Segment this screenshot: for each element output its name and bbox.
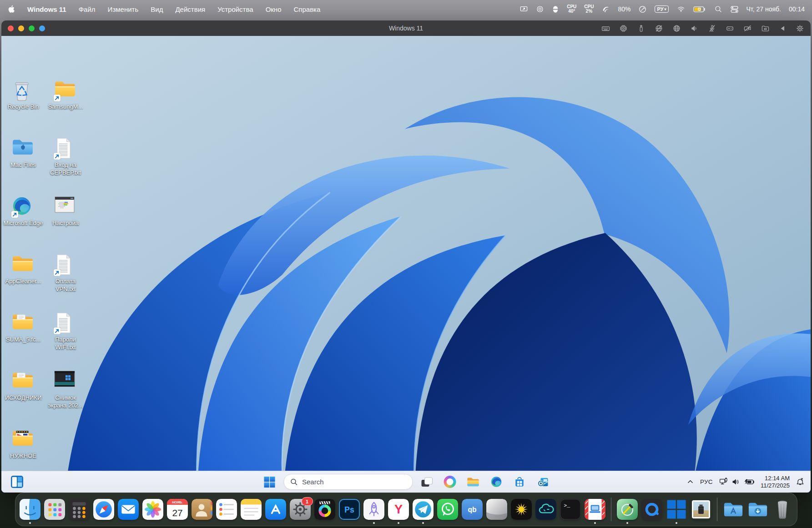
battery-widget-icon[interactable]	[552, 5, 559, 14]
desktop-icon-microsoft-edge-shortcut[interactable]: Microsoft Edge	[3, 196, 44, 227]
desktop-icon-snimok-ekrana-file[interactable]: Снимок экрана 202...	[45, 370, 86, 409]
menubar-menu-6[interactable]: Окно	[266, 5, 282, 13]
taskbar-search-box[interactable]: Search	[283, 474, 413, 490]
minimize-button[interactable]	[18, 25, 24, 31]
tray-status-icons[interactable]	[719, 478, 755, 486]
coherence-button[interactable]	[39, 25, 45, 31]
notification-bell-icon[interactable]	[796, 478, 805, 487]
wifi-icon[interactable]	[676, 5, 686, 13]
desktop-icon-nuzhnoe-folder[interactable]: НУЖНОЕ	[3, 428, 44, 460]
tray-overflow-chevron-icon[interactable]	[686, 478, 694, 486]
menubar-time[interactable]: 00:14	[789, 5, 805, 13]
tray-clock[interactable]: 12:14 AM 11/27/2025	[761, 475, 790, 489]
camera-disabled-icon[interactable]	[743, 24, 752, 33]
menubar-app-name[interactable]: Windows 11	[27, 5, 66, 13]
taskbar-outlook-button[interactable]	[534, 473, 552, 491]
dock-item-photoshop[interactable]: Ps	[339, 499, 360, 520]
microphone-muted-icon[interactable]	[708, 24, 716, 33]
widgets-button[interactable]	[10, 475, 24, 488]
desktop-icon-appcleaner-folder[interactable]: AppCleaner...	[3, 254, 44, 286]
dock-item-cleanmymac[interactable]	[617, 499, 638, 520]
menubar-menu-1[interactable]: Файл	[79, 5, 96, 13]
dock-item-applications-folder[interactable]	[723, 499, 744, 520]
taskbar-copilot-button[interactable]	[441, 473, 459, 491]
taskbar-task-view-button[interactable]	[418, 473, 436, 491]
cpu-usage[interactable]: CPU2%	[584, 5, 594, 14]
input-source-switcher[interactable]: РУ▾	[655, 5, 668, 13]
globe-disabled-icon[interactable]	[655, 24, 663, 33]
tray-language[interactable]: РУС	[700, 478, 713, 485]
dock-item-photos[interactable]	[142, 499, 163, 520]
taskbar-edge-button[interactable]	[487, 473, 505, 491]
taskbar-microsoft-store-button[interactable]	[510, 473, 529, 491]
desktop-icon-iskhodniki-folder[interactable]: ИСХОДНИКИ	[3, 370, 44, 402]
spotlight-search-icon[interactable]	[714, 5, 722, 13]
menubar-menu-2[interactable]: Изменить	[108, 5, 139, 13]
dock-item-notes[interactable]	[241, 499, 262, 520]
dock-item-parallels-desktop[interactable]	[585, 499, 605, 520]
taskbar-start-button[interactable]	[260, 473, 278, 491]
dock-item-downloads-folder[interactable]	[747, 499, 768, 520]
menubar-menu-5[interactable]: Устройства	[217, 5, 253, 13]
cleaner-percent[interactable]: 80%	[618, 5, 630, 13]
dock-item-quicktime-player[interactable]	[641, 499, 662, 520]
apple-menu-icon[interactable]	[7, 5, 15, 14]
dock-item-calculator[interactable]	[69, 499, 90, 520]
dock-item-whatsapp[interactable]	[437, 499, 458, 520]
dock-item-starburst-app[interactable]	[511, 499, 532, 520]
dock-item-contacts[interactable]	[192, 499, 212, 520]
dock-item-finder[interactable]	[20, 499, 40, 520]
screen-record-icon[interactable]	[536, 5, 544, 13]
dock-item-safari[interactable]	[93, 499, 114, 520]
parallels-icon[interactable]	[601, 5, 610, 14]
sound-icon[interactable]	[690, 24, 699, 33]
battery-charging-icon[interactable]	[743, 478, 755, 486]
menubar-menu-7[interactable]: Справка	[294, 5, 321, 13]
desktop-icon-mac-files-folder[interactable]: Mac Files	[3, 137, 44, 169]
desktop-icon-suma-folder[interactable]: SUMA_5.fc...	[3, 312, 44, 344]
dock-item-launchpad[interactable]	[44, 499, 65, 520]
display-mirroring-icon[interactable]	[519, 5, 528, 14]
menubar-menu-4[interactable]: Действия	[175, 5, 205, 13]
back-icon[interactable]	[779, 25, 787, 32]
dock-item-mail[interactable]	[118, 499, 139, 520]
close-button[interactable]	[8, 25, 14, 31]
dock-item-final-cut-pro[interactable]	[314, 499, 335, 520]
dock-item-cloud-app[interactable]	[535, 499, 556, 520]
desktop-icon-vhod-na-server-txt[interactable]: Вход на СЕРВЕР.txt	[45, 137, 86, 176]
globe-icon[interactable]	[672, 24, 681, 33]
control-center-icon[interactable]	[730, 5, 739, 14]
desktop-icon-samsung-folder-shortcut[interactable]: SamsungM...	[45, 79, 86, 111]
dock-item-rocket-app[interactable]	[363, 499, 384, 520]
dock-item-app-store[interactable]	[265, 499, 286, 520]
shared-folder-icon[interactable]	[761, 24, 770, 33]
desktop-icon-paroli-wifi-txt[interactable]: Пароли WIFI.txt	[45, 312, 86, 351]
desktop-icon-nastroya-screenshot[interactable]: Настройа	[45, 196, 86, 227]
dock-item-calendar[interactable]: НОЯБ.27	[167, 499, 188, 520]
desktop-icon-recycle-bin[interactable]: Recycle Bin	[3, 79, 44, 111]
hard-disk-icon[interactable]	[726, 24, 734, 33]
network-icon[interactable]	[719, 478, 728, 486]
cpu-temperature[interactable]: CPU40°	[567, 5, 576, 14]
dock-item-windows-11-vm[interactable]	[666, 499, 687, 520]
dock-item-reminders[interactable]	[216, 499, 237, 520]
speaker-icon[interactable]	[731, 478, 740, 486]
zoom-button[interactable]	[29, 25, 35, 31]
dock-item-system-settings[interactable]: 1	[290, 499, 311, 520]
menubar-menu-3[interactable]: Вид	[151, 5, 163, 13]
cleaner-icon[interactable]	[638, 5, 647, 14]
desktop-icon-oplata-vpn-txt[interactable]: Оплата VPN.txt	[45, 254, 86, 293]
usb-icon[interactable]	[637, 24, 646, 33]
keyboard-icon[interactable]	[601, 24, 610, 33]
dock-item-gray-app[interactable]	[486, 499, 507, 520]
dock-item-qbittorrent[interactable]: qb	[462, 499, 483, 520]
menubar-date[interactable]: Чт, 27 нояб.	[746, 5, 781, 13]
dock-item-yandex-browser[interactable]: Y	[388, 499, 409, 520]
dock-item-terminal[interactable]: >_	[560, 499, 581, 520]
dock-item-trash[interactable]	[772, 499, 793, 520]
taskbar-file-explorer-button[interactable]	[464, 473, 482, 491]
cpu-chip-icon[interactable]	[619, 24, 628, 33]
battery-icon[interactable]	[693, 6, 706, 13]
dock-item-screenshot-file[interactable]	[691, 499, 711, 520]
dock-item-telegram[interactable]	[413, 499, 434, 520]
